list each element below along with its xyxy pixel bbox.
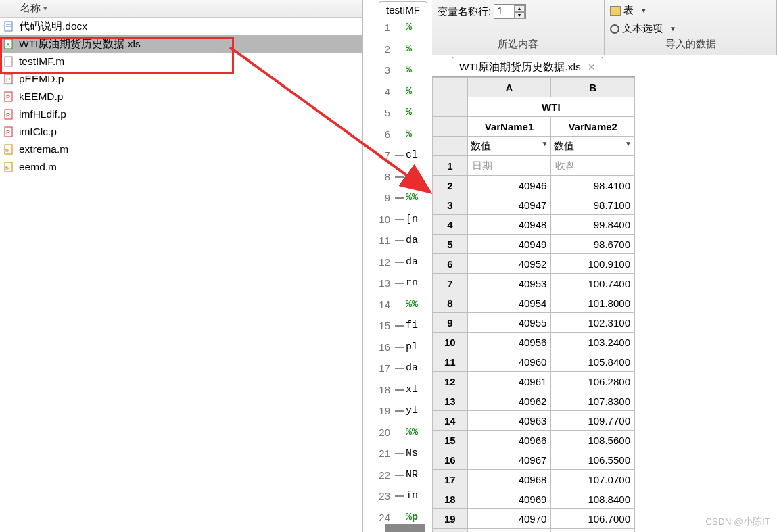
file-row[interactable]: PpEEMD.p — [0, 70, 362, 88]
data-cell[interactable]: 108.5600 — [551, 431, 635, 450]
file-row[interactable]: 代码说明.docx — [0, 18, 362, 35]
data-cell[interactable]: 40949 — [467, 235, 551, 254]
data-cell[interactable]: 40961 — [467, 372, 551, 391]
file-row[interactable]: fxeemd.m — [0, 158, 362, 176]
file-row[interactable]: fxextrema.m — [0, 141, 362, 158]
data-cell[interactable]: 40962 — [467, 391, 551, 411]
col-header[interactable]: B — [551, 78, 635, 97]
file-header[interactable]: 名称 ▾ — [0, 0, 362, 18]
data-cell[interactable]: 100.7400 — [551, 274, 635, 293]
code-line[interactable]: [n — [395, 214, 432, 235]
data-cell[interactable]: 105.8400 — [551, 352, 635, 372]
data-cell[interactable]: 98.7100 — [551, 195, 635, 215]
var-row-spinner[interactable]: 1 ▴▾ — [494, 4, 526, 19]
row-number[interactable]: 2 — [433, 176, 468, 195]
data-cell[interactable]: 40946 — [467, 176, 551, 195]
data-cell[interactable]: 106.2800 — [551, 372, 635, 391]
data-cell[interactable]: 日期 — [467, 156, 551, 176]
code-line[interactable]: % — [395, 43, 432, 65]
data-cell[interactable]: 107.8300 — [551, 391, 635, 411]
title-merged-cell[interactable]: WTI — [467, 97, 634, 117]
file-row[interactable]: PkEEMD.p — [0, 88, 362, 105]
code-line[interactable]: fi — [395, 320, 432, 341]
data-cell[interactable]: 40963 — [467, 411, 551, 431]
code-line[interactable]: da — [395, 256, 432, 278]
row-number[interactable]: 1 — [433, 156, 468, 176]
data-cell[interactable]: 106.7200 — [551, 529, 635, 533]
data-cell[interactable]: 108.8400 — [551, 489, 635, 509]
data-cell[interactable]: 40966 — [467, 431, 551, 450]
data-cell[interactable]: 40960 — [467, 352, 551, 372]
data-cell[interactable]: 101.8000 — [551, 293, 635, 313]
table-type-dropdown[interactable]: 表 ▼ — [610, 1, 771, 20]
code-line[interactable]: % — [395, 86, 432, 107]
code-line[interactable]: cl — [395, 171, 432, 193]
data-cell[interactable]: 100.9100 — [551, 254, 635, 274]
data-cell[interactable]: 40948 — [467, 215, 551, 235]
row-number[interactable]: 13 — [433, 391, 468, 411]
data-cell[interactable]: 40952 — [467, 254, 551, 274]
corner-cell[interactable] — [433, 78, 468, 97]
horizontal-scrollbar-thumb[interactable] — [385, 524, 425, 532]
data-cell[interactable]: 98.6700 — [551, 235, 635, 254]
file-row[interactable]: XWTI原油期货历史数据.xls — [0, 35, 362, 53]
row-number[interactable]: 11 — [433, 352, 468, 372]
data-cell[interactable]: 98.4100 — [551, 176, 635, 195]
code-line[interactable]: yl — [395, 405, 432, 427]
data-cell[interactable]: 109.7700 — [551, 411, 635, 431]
row-number[interactable]: 15 — [433, 431, 468, 450]
code-line[interactable]: cl — [395, 149, 432, 171]
code-line[interactable]: xl — [395, 384, 432, 406]
spinner-up-icon[interactable]: ▴ — [514, 5, 525, 12]
data-cell[interactable]: 102.3100 — [551, 313, 635, 333]
data-cell[interactable]: 40969 — [467, 489, 551, 509]
file-row[interactable]: testIMF.m — [0, 53, 362, 70]
data-cell[interactable]: 99.8400 — [551, 215, 635, 235]
row-number[interactable]: 14 — [433, 411, 468, 431]
code-line[interactable]: % — [395, 64, 432, 86]
varname-cell[interactable]: VarName1 — [467, 117, 551, 137]
row-number[interactable]: 17 — [433, 470, 468, 489]
code-line[interactable]: %% — [395, 299, 432, 320]
data-cell[interactable]: 103.2400 — [551, 333, 635, 352]
row-number[interactable]: 6 — [433, 254, 468, 274]
spreadsheet-tab[interactable]: WTI原油期货历史数据.xls ✕ — [452, 57, 603, 77]
varname-cell[interactable]: VarName2 — [551, 117, 635, 137]
code-line[interactable]: % — [395, 107, 432, 128]
editor-code-column[interactable]: %%%%%%clcl%%[ndadarn%%fipldaxlyl%%NsNRin… — [395, 22, 432, 532]
code-line[interactable]: % — [395, 128, 432, 150]
row-number[interactable]: 4 — [433, 215, 468, 235]
file-row[interactable]: PimfClc.p — [0, 123, 362, 141]
code-line[interactable]: Ns — [395, 448, 432, 469]
col-header[interactable]: A — [467, 78, 551, 97]
file-row[interactable]: PimfHLdif.p — [0, 105, 362, 123]
code-line[interactable]: da — [395, 235, 432, 256]
data-cell[interactable]: 40968 — [467, 470, 551, 489]
row-number[interactable]: 12 — [433, 372, 468, 391]
data-cell[interactable]: 40954 — [467, 293, 551, 313]
code-line[interactable]: in — [395, 490, 432, 512]
row-number[interactable]: 18 — [433, 489, 468, 509]
data-cell[interactable]: 40970 — [467, 509, 551, 529]
text-options-dropdown[interactable]: 文本选项 ▼ — [610, 20, 771, 38]
row-number[interactable]: 19 — [433, 509, 468, 529]
data-cell[interactable]: 40973 — [467, 529, 551, 533]
row-number[interactable]: 5 — [433, 235, 468, 254]
type-dropdown[interactable]: 数值▼ — [551, 137, 635, 156]
data-cell[interactable]: 40947 — [467, 195, 551, 215]
code-line[interactable]: %% — [395, 192, 432, 214]
row-number[interactable]: 8 — [433, 293, 468, 313]
data-cell[interactable]: 40956 — [467, 333, 551, 352]
code-line[interactable]: rn — [395, 277, 432, 299]
close-icon[interactable]: ✕ — [588, 62, 596, 72]
data-cell[interactable]: 106.5500 — [551, 450, 635, 470]
code-line[interactable]: % — [395, 22, 432, 43]
spinner-down-icon[interactable]: ▾ — [514, 12, 525, 19]
row-number[interactable]: 20 — [433, 529, 468, 533]
row-number[interactable]: 7 — [433, 274, 468, 293]
data-cell[interactable]: 收盘 — [551, 156, 635, 176]
row-number[interactable]: 3 — [433, 195, 468, 215]
spreadsheet[interactable]: ABWTIVarName1VarName2数值▼数值▼1日期收盘24094698… — [432, 76, 635, 532]
row-number[interactable]: 9 — [433, 313, 468, 333]
row-number[interactable]: 16 — [433, 450, 468, 470]
